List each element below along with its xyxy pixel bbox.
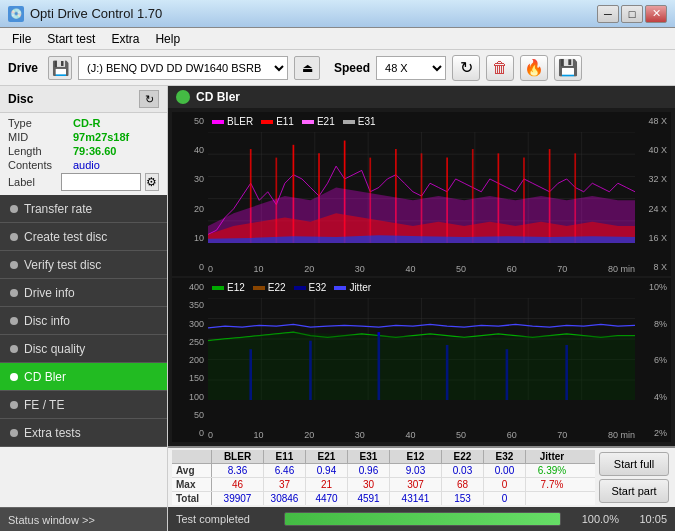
nav-label: Create test disc — [24, 230, 107, 244]
eject-button[interactable]: ⏏ — [294, 56, 320, 80]
svg-marker-49 — [208, 332, 635, 400]
label-input[interactable] — [61, 173, 141, 191]
stats-header-jitter: Jitter — [526, 450, 578, 463]
status-window-button[interactable]: Status window >> — [0, 507, 167, 531]
nav-label: Drive info — [24, 286, 75, 300]
stats-row-avg: Avg 8.36 6.46 0.94 0.96 9.03 0.03 0.00 6… — [172, 464, 595, 478]
chart-title: CD Bler — [196, 90, 240, 104]
disc-info: Type CD-R MID 97m27s18f Length 79:36.60 … — [0, 113, 167, 195]
drive-label: Drive — [8, 61, 38, 75]
nav-label: Transfer rate — [24, 202, 92, 216]
stats-header-e31: E31 — [348, 450, 390, 463]
length-label: Length — [8, 145, 73, 157]
disc-header-text: Disc — [8, 92, 33, 106]
jitter-chart-svg — [208, 298, 635, 400]
sidebar-item-cd-bler[interactable]: CD Bler — [0, 363, 167, 391]
close-button[interactable]: ✕ — [645, 5, 667, 23]
app-icon: 💿 — [8, 6, 24, 22]
nav-dot — [10, 205, 18, 213]
burn-button[interactable]: 🔥 — [520, 55, 548, 81]
sidebar-item-create-test-disc[interactable]: Create test disc — [0, 223, 167, 251]
progress-time: 10:05 — [627, 513, 667, 525]
label-icon-button[interactable]: ⚙ — [145, 173, 159, 191]
left-panel: Disc ↻ Type CD-R MID 97m27s18f Length 79… — [0, 86, 168, 531]
type-value: CD-R — [73, 117, 101, 129]
stats-header-e22: E22 — [442, 450, 484, 463]
nav-label: Disc quality — [24, 342, 85, 356]
erase-button[interactable]: 🗑 — [486, 55, 514, 81]
menu-help[interactable]: Help — [147, 30, 188, 48]
save-button[interactable]: 💾 — [554, 55, 582, 81]
stats-header-e32: E32 — [484, 450, 526, 463]
menu-bar: File Start test Extra Help — [0, 28, 675, 50]
chart-title-bar: CD Bler — [168, 86, 675, 108]
sidebar-item-disc-quality[interactable]: Disc quality — [0, 335, 167, 363]
window-controls: ─ □ ✕ — [597, 5, 667, 23]
menu-file[interactable]: File — [4, 30, 39, 48]
stats-header-e12: E12 — [390, 450, 442, 463]
bler-chart-svg — [208, 132, 635, 243]
y-axis-left-2: 400 350 300 250 200 150 100 50 0 — [174, 278, 204, 442]
y-axis-right-2: 10% 8% 6% 4% 2% — [637, 278, 667, 442]
jitter-legend: E12 E22 E32 Jitter — [212, 282, 371, 293]
nav-dot — [10, 261, 18, 269]
sidebar-item-drive-info[interactable]: Drive info — [0, 279, 167, 307]
type-label: Type — [8, 117, 73, 129]
length-value: 79:36.60 — [73, 145, 116, 157]
progress-label: Test completed — [176, 513, 276, 525]
stats-header-blank — [172, 450, 212, 463]
nav-dot — [10, 401, 18, 409]
app-title: Opti Drive Control 1.70 — [30, 6, 162, 21]
mid-value: 97m27s18f — [73, 131, 129, 143]
nav-label: Verify test disc — [24, 258, 101, 272]
y-axis-left-1: 50 40 30 20 10 0 — [174, 112, 204, 276]
chart-title-icon — [176, 90, 190, 104]
minimize-button[interactable]: ─ — [597, 5, 619, 23]
jitter-chart: E12 E22 E32 Jitter 400 350 300 250 200 1… — [172, 278, 671, 442]
menu-start-test[interactable]: Start test — [39, 30, 103, 48]
sidebar-item-transfer-rate[interactable]: Transfer rate — [0, 195, 167, 223]
sidebar-item-fe-te[interactable]: FE / TE — [0, 391, 167, 419]
progress-area: Test completed 100.0% 10:05 — [168, 507, 675, 531]
stats-header-bler: BLER — [212, 450, 264, 463]
nav-dot — [10, 289, 18, 297]
nav-label: FE / TE — [24, 398, 64, 412]
sidebar-item-disc-info[interactable]: Disc info — [0, 307, 167, 335]
y-axis-right-1: 48 X 40 X 32 X 24 X 16 X 8 X — [637, 112, 667, 276]
right-panel: CD Bler BLER E11 E21 E31 50 40 30 20 — [168, 86, 675, 531]
nav-label: Extra tests — [24, 426, 81, 440]
drive-select[interactable]: (J:) BENQ DVD DD DW1640 BSRB — [78, 56, 288, 80]
x-axis-1: 0 10 20 30 40 50 60 70 80 min — [208, 264, 635, 274]
main-area: Disc ↻ Type CD-R MID 97m27s18f Length 79… — [0, 86, 675, 531]
nav-dot — [10, 233, 18, 241]
sidebar-nav: Transfer rate Create test disc Verify te… — [0, 195, 167, 507]
speed-select[interactable]: 48 X — [376, 56, 446, 80]
maximize-button[interactable]: □ — [621, 5, 643, 23]
progress-bar-inner — [285, 513, 560, 525]
disc-refresh-button[interactable]: ↻ — [139, 90, 159, 108]
drive-icon: 💾 — [48, 56, 72, 80]
contents-value: audio — [73, 159, 100, 171]
x-axis-2: 0 10 20 30 40 50 60 70 80 min — [208, 430, 635, 440]
progress-percent: 100.0% — [569, 513, 619, 525]
speed-label: Speed — [334, 61, 370, 75]
disc-header: Disc ↻ — [0, 86, 167, 113]
sidebar-item-extra-tests[interactable]: Extra tests — [0, 419, 167, 447]
action-buttons: Start full Start part — [599, 448, 671, 507]
menu-extra[interactable]: Extra — [103, 30, 147, 48]
stats-row-max: Max 46 37 21 30 307 68 0 7.7% — [172, 478, 595, 492]
title-bar: 💿 Opti Drive Control 1.70 ─ □ ✕ — [0, 0, 675, 28]
start-part-button[interactable]: Start part — [599, 479, 669, 503]
sidebar-item-verify-test-disc[interactable]: Verify test disc — [0, 251, 167, 279]
start-full-button[interactable]: Start full — [599, 452, 669, 476]
drive-bar: Drive 💾 (J:) BENQ DVD DD DW1640 BSRB ⏏ S… — [0, 50, 675, 86]
label-label: Label — [8, 176, 57, 188]
progress-bar-outer — [284, 512, 561, 526]
refresh-button[interactable]: ↻ — [452, 55, 480, 81]
nav-dot — [10, 317, 18, 325]
nav-label: Disc info — [24, 314, 70, 328]
nav-label: CD Bler — [24, 370, 66, 384]
mid-label: MID — [8, 131, 73, 143]
stats-header-e21: E21 — [306, 450, 348, 463]
contents-label: Contents — [8, 159, 73, 171]
